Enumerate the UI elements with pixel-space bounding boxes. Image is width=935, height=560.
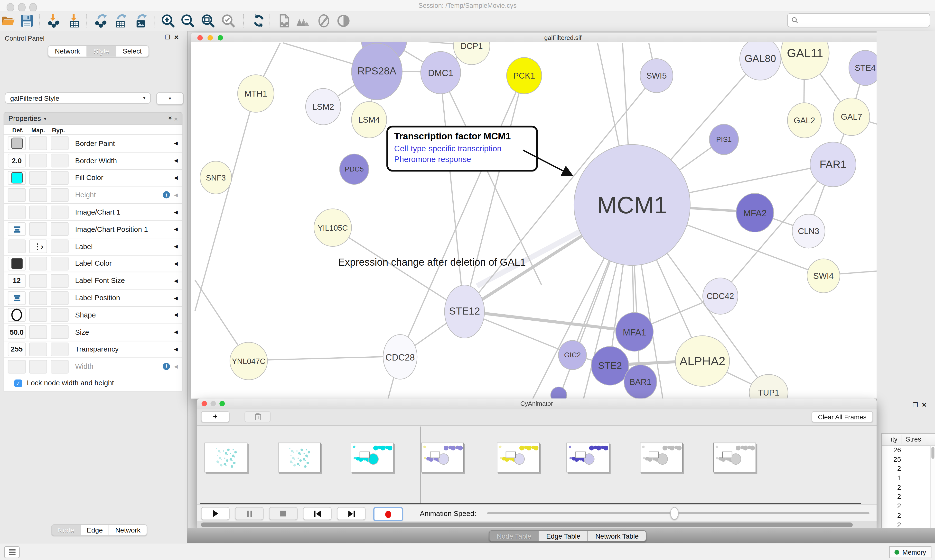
property-row-border-paint[interactable]: Border Paint◀ (4, 135, 182, 152)
first-neighbors-icon[interactable] (296, 14, 310, 28)
network-node-bar1[interactable]: BAR1 (624, 365, 657, 399)
table-row[interactable]: 25 (882, 455, 935, 464)
network-node-gal7[interactable]: GAL7 (833, 98, 870, 136)
expand-row-icon[interactable]: ◀ (174, 261, 178, 266)
float-panel-icon[interactable]: ❐ (165, 34, 174, 41)
property-byp-cell[interactable] (51, 171, 68, 185)
tab-select[interactable]: Select (116, 46, 148, 57)
tab-network[interactable]: Network (48, 46, 87, 57)
table-column-header[interactable]: ity (882, 435, 898, 443)
pause-button[interactable] (235, 507, 264, 520)
property-row-width[interactable]: Widthi◀ (4, 358, 182, 375)
property-map-cell[interactable] (29, 137, 47, 150)
network-node-yil105c[interactable]: YIL105C (313, 208, 352, 247)
property-def-cell[interactable] (8, 222, 26, 236)
property-row-image-chart-position-1[interactable]: Image/Chart Position 1◀ (4, 221, 182, 238)
export-network-icon[interactable] (94, 14, 108, 28)
property-def-cell[interactable] (8, 308, 26, 322)
table-row[interactable]: 2 (882, 483, 935, 492)
timeline-frame-7[interactable] (713, 443, 756, 472)
property-def-cell[interactable] (8, 240, 26, 253)
network-node-ste12[interactable]: STE12 (444, 285, 485, 338)
property-row-image-chart-1[interactable]: Image/Chart 1◀ (4, 204, 182, 221)
tab-network-style[interactable]: Network (110, 525, 147, 535)
tab-network-table[interactable]: Network Table (588, 531, 646, 541)
cyanimator-titlebar[interactable]: CyAnimator (197, 398, 876, 409)
network-node-mcm1[interactable]: MCM1 (574, 144, 691, 266)
search-input[interactable] (798, 16, 930, 24)
slider-thumb[interactable] (670, 507, 679, 519)
property-row-label[interactable]: ⋮›Label◀ (4, 238, 182, 255)
playhead[interactable] (420, 426, 420, 503)
network-node-ynl047c[interactable]: YNL047C (230, 342, 268, 380)
property-map-cell[interactable] (29, 205, 47, 219)
annotation-box[interactable]: Transcription factor MCM1 Cell-type-spec… (386, 126, 538, 172)
timeline-frame-2[interactable] (350, 443, 393, 472)
property-row-size[interactable]: 50.0Size◀ (4, 324, 182, 341)
property-map-cell[interactable] (29, 222, 47, 236)
tab-edge[interactable]: Edge (81, 525, 110, 535)
table-row[interactable]: 2 (882, 465, 935, 474)
expand-row-icon[interactable]: ◀ (174, 330, 178, 335)
network-window-titlebar[interactable]: galFiltered.sif (191, 33, 935, 43)
table-scrollbar[interactable] (930, 446, 935, 536)
network-snapshot-icon[interactable] (277, 14, 292, 28)
timeline-hscrollbar[interactable] (197, 521, 876, 528)
network-node-lsm2[interactable]: LSM2 (305, 88, 341, 125)
property-byp-cell[interactable] (51, 257, 68, 270)
network-node-swi5[interactable]: SWI5 (640, 58, 673, 93)
property-row-label-font-size[interactable]: 12Label Font Size◀ (4, 272, 182, 290)
table-row[interactable]: 26 (882, 446, 935, 455)
zoom-in-icon[interactable] (161, 14, 175, 28)
network-node-pck1[interactable]: PCK1 (506, 57, 542, 94)
import-network-icon[interactable] (46, 14, 61, 28)
network-node-cdc42[interactable]: CDC42 (702, 278, 738, 315)
add-frame-button[interactable]: + (201, 411, 230, 423)
property-map-cell[interactable] (29, 360, 47, 374)
expand-row-icon[interactable]: ◀ (174, 364, 178, 369)
network-node-far1[interactable]: FAR1 (810, 142, 856, 187)
expand-row-icon[interactable]: ◀ (174, 295, 178, 301)
timeline-frame-6[interactable] (640, 443, 683, 472)
table-row[interactable]: 2 (882, 492, 935, 502)
property-row-label-position[interactable]: Label Position◀ (4, 290, 182, 307)
property-row-height[interactable]: Heighti◀ (4, 186, 182, 204)
expand-row-icon[interactable]: ◀ (174, 175, 178, 180)
delete-frame-button[interactable] (244, 411, 271, 423)
expand-row-icon[interactable]: ◀ (174, 192, 178, 197)
property-map-cell[interactable] (29, 291, 47, 305)
property-row-shape[interactable]: Shape◀ (4, 307, 182, 324)
contrast-icon[interactable] (336, 14, 350, 28)
property-row-border-width[interactable]: 2.0Border Width◀ (4, 152, 182, 169)
timeline-frame-4[interactable] (497, 443, 540, 472)
network-node-mth1[interactable]: MTH1 (238, 74, 275, 112)
table-row[interactable]: 2 (882, 502, 935, 511)
record-button[interactable] (373, 507, 403, 521)
scrollbar-thumb[interactable] (931, 447, 934, 459)
property-byp-cell[interactable] (51, 222, 68, 236)
export-image-icon[interactable] (134, 14, 148, 28)
property-def-cell[interactable] (8, 291, 26, 305)
timeline-frame-0[interactable] (205, 443, 247, 472)
tab-edge-table[interactable]: Edge Table (539, 531, 588, 541)
open-session-icon[interactable] (1, 14, 15, 28)
graphics-details-icon[interactable] (316, 14, 331, 28)
network-node-swi4[interactable]: SWI4 (807, 258, 840, 293)
expand-row-icon[interactable]: ◀ (174, 227, 178, 232)
network-canvas[interactable]: DCP1RPS28ADMC1MTH1LSM2LSM4PCK1SWI5GAL80G… (191, 42, 935, 398)
clear-all-frames-button[interactable]: Clear All Frames (811, 411, 873, 423)
network-node-gal2[interactable]: GAL2 (787, 102, 822, 138)
property-def-cell[interactable] (8, 360, 26, 374)
scrollbar-thumb[interactable] (201, 522, 853, 527)
info-icon[interactable]: i (163, 191, 170, 198)
tab-node-table[interactable]: Node Table (490, 531, 539, 541)
property-map-cell[interactable] (29, 257, 47, 270)
skip-to-start-button[interactable] (303, 507, 332, 520)
property-map-cell[interactable] (29, 308, 47, 322)
property-map-cell[interactable] (29, 343, 47, 356)
annotation-link[interactable]: Cell-type-specific transcription (394, 143, 530, 154)
property-def-cell[interactable]: 255 (8, 343, 26, 356)
property-map-cell[interactable] (29, 188, 47, 202)
play-button[interactable] (201, 507, 230, 520)
property-def-cell[interactable]: 12 (8, 274, 26, 288)
